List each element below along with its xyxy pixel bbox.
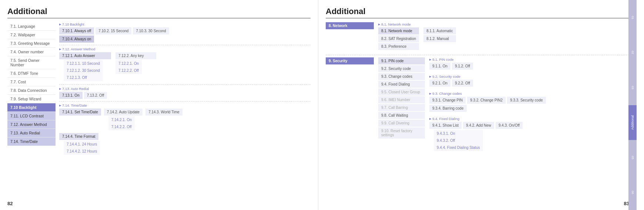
- backlight-row1: 7.10.1. Always off 7.10.2. 15 Second 7.1…: [59, 27, 311, 34]
- barring-code[interactable]: 9.3.4. Barring code: [429, 105, 467, 112]
- side-tab-03[interactable]: 03: [628, 70, 637, 105]
- world-time[interactable]: 7.14.3. World Time: [145, 109, 182, 116]
- change-codes-breadcrumb: 9.3. Change codes: [429, 91, 629, 96]
- sec-on[interactable]: 9.2.1. On: [429, 80, 450, 87]
- time-format-subs: 7.14.4.1. 24 Hours 7.14.4.2. 12 Hours: [64, 141, 100, 155]
- fd-status[interactable]: 9.4.4. Fixed Dialing Status: [434, 144, 483, 151]
- network-block: 8. Network 8.1. Network mode 8.1. Networ…: [326, 22, 629, 157]
- security-code-section: 9.2. Security code 9.2.1. On 9.2.2. Off: [429, 74, 629, 88]
- 10-second[interactable]: 7.12.1.1. 10 Second: [64, 60, 103, 67]
- change-codes[interactable]: 9.3. Change codes: [378, 73, 425, 80]
- side-tab-05[interactable]: 05: [628, 140, 637, 175]
- au-on[interactable]: 7.14.2.1. On: [108, 116, 135, 123]
- time-format[interactable]: 7.14.4. Time Format: [59, 133, 98, 140]
- backlight-15sec[interactable]: 7.10.2. 15 Second: [95, 27, 131, 34]
- backlight-always-on[interactable]: 7.10.4. Always on: [59, 36, 94, 43]
- 12hours[interactable]: 7.14.4.2. 12 Hours: [64, 148, 100, 155]
- security-code-item[interactable]: 9.3.3. Security code: [507, 97, 546, 104]
- sat-registration[interactable]: 8.2. SAT Registration: [378, 35, 419, 42]
- sidebar-item-backlight[interactable]: 7.10 Backlight: [7, 103, 56, 112]
- sidebar-item-cost[interactable]: 7.7. Cost: [7, 78, 56, 86]
- left-page-title: Additional: [7, 7, 311, 19]
- answer-method-section: 7.12. Answer Method 7.12.1. Auto Answer …: [59, 47, 311, 82]
- redial-on[interactable]: 7.13.1. On: [59, 92, 83, 99]
- answer-method-row1: 7.12.1. Auto Answer 7.12.1.1. 10 Second …: [59, 52, 311, 82]
- sidebar-item-time-date[interactable]: 7.14. Time/Date: [7, 137, 56, 146]
- imei-number: 9.6. IMEI Number: [378, 96, 425, 103]
- fixed-dialing-section: 9.4. Fixed Dialing 9.4.1. Show List 9.4.…: [429, 117, 629, 152]
- 30-second[interactable]: 7.12.1.2. 30 Second: [64, 67, 103, 74]
- fd-off[interactable]: 9.4.3.2. Off: [434, 137, 483, 144]
- sidebar-item-wallpaper[interactable]: 7.2. Wallpaper: [7, 31, 56, 39]
- left-content-area: 7.1. Language 7.2. Wallpaper 7.3. Greeti…: [7, 22, 311, 158]
- sidebar-item-auto-redial[interactable]: 7.13. Auto Redial: [7, 129, 56, 137]
- on-off[interactable]: 9.4.3. On/Off: [496, 122, 523, 129]
- side-tab-01[interactable]: 01: [628, 0, 637, 35]
- change-codes-row2: 9.3.4. Barring code: [429, 105, 629, 112]
- any-key-subs: 7.12.2.1. On 7.12.2.2. Off: [115, 60, 158, 74]
- divider-2: [59, 84, 311, 85]
- fixed-dialing[interactable]: 9.4. Fixed Dialing: [378, 81, 425, 88]
- auto-update[interactable]: 7.14.2. Auto Update: [104, 109, 142, 116]
- add-new[interactable]: 9.4.2. Add New: [463, 122, 494, 129]
- au-off[interactable]: 7.14.2.2. Off: [108, 123, 135, 130]
- manual[interactable]: 8.1.2. Manual: [423, 35, 456, 42]
- sidebar-item-data-conn[interactable]: 7.8. Data Connection: [7, 86, 56, 95]
- sidebar-item-send-owner[interactable]: 7.5. Send Owner Number: [7, 56, 56, 69]
- backlight-always-off[interactable]: 7.10.1. Always off: [59, 27, 94, 34]
- sidebar-item-dtmf[interactable]: 7.6. DTMF Tone: [7, 69, 56, 78]
- show-list[interactable]: 9.4.1. Show List: [429, 122, 462, 129]
- change-codes-row: 9.3.1. Change PIN 9.3.2. Change PIN2 9.3…: [429, 97, 629, 104]
- any-key[interactable]: 7.12.2. Any key: [115, 52, 156, 59]
- fd-on[interactable]: 9.4.3.1. On: [434, 130, 483, 137]
- side-tab-06[interactable]: 06: [628, 175, 637, 210]
- side-tab-05-label: 05: [631, 156, 634, 159]
- preference[interactable]: 8.3. Preference: [378, 43, 419, 50]
- set-time-date[interactable]: 7.14.1. Set Time/Date: [59, 109, 101, 116]
- side-tabs: 01 02 03 Additional 05 06: [628, 0, 637, 210]
- off-sub2[interactable]: 7.12.2.2. Off: [115, 67, 142, 74]
- sidebar-item-setup-wizard[interactable]: 7.9. Setup Wizard: [7, 95, 56, 103]
- divider-network-security: [326, 55, 629, 55]
- change-pin[interactable]: 9.3.1. Change PIN: [429, 97, 466, 104]
- security-code[interactable]: 9.2. Security code: [378, 65, 425, 72]
- sec-off[interactable]: 9.2.2. Off: [452, 80, 473, 87]
- redial-off[interactable]: 7.13.2. Off: [84, 92, 107, 99]
- time-format-sub-col: 7.14.4.1. 24 Hours 7.14.4.2. 12 Hours: [64, 141, 100, 155]
- time-format-col: 7.14.4. Time Format 7.14.4.1. 24 Hours 7…: [59, 133, 100, 156]
- on-sub[interactable]: 7.12.2.1. On: [115, 60, 142, 67]
- side-tab-02[interactable]: 02: [628, 35, 637, 70]
- pin-off[interactable]: 9.1.2. Off: [452, 63, 473, 70]
- side-tab-02-label: 02: [631, 51, 634, 54]
- side-tab-04[interactable]: Additional: [628, 105, 637, 140]
- change-pin2[interactable]: 9.3.2. Change PIN2: [467, 97, 506, 104]
- sidebar-item-greeting[interactable]: 7.3. Greeting Message: [7, 39, 56, 48]
- time-date-row2: 7.14.4. Time Format 7.14.4.1. 24 Hours 7…: [59, 133, 311, 156]
- pin-code[interactable]: 9.1. PIN code: [378, 57, 425, 64]
- auto-answer[interactable]: 7.12.1. Auto Answer: [59, 52, 111, 59]
- network-items-row: 8.1. Network mode 8.2. SAT Registration …: [378, 27, 457, 50]
- sidebar-item-lcd[interactable]: 7.11. LCD Contrast: [7, 112, 56, 120]
- off-sub[interactable]: 7.12.1.3. Off: [64, 74, 103, 81]
- network-mode[interactable]: 8.1. Network mode: [378, 27, 419, 34]
- side-tab-04-label: Additional: [631, 115, 634, 130]
- auto-redial-section: 7.13. Auto Redial 7.13.1. On 7.13.2. Off: [59, 87, 311, 99]
- answer-method-col2: 7.12.2. Any key 7.12.2.1. On 7.12.2.2. O…: [115, 52, 158, 75]
- pin-on[interactable]: 9.1.1. On: [429, 63, 450, 70]
- right-page: Additional 8. Network 8.1. Network mode …: [318, 0, 637, 210]
- sidebar-item-language[interactable]: 7.1. Language: [7, 22, 56, 31]
- sidebar-item-owner[interactable]: 7.4. Owner number: [7, 48, 56, 56]
- network-header[interactable]: 8. Network: [326, 22, 374, 29]
- backlight-30sec[interactable]: 7.10.3. 30 Second: [133, 27, 169, 34]
- closed-user-group: 9.5. Closed User Group: [378, 89, 425, 96]
- auto-answer-subs: 7.12.1.1. 10 Second 7.12.1.2. 30 Second …: [64, 60, 113, 81]
- divider-1: [59, 45, 311, 45]
- security-header[interactable]: 9. Security: [326, 57, 374, 64]
- 24hours[interactable]: 7.14.4.1. 24 Hours: [64, 141, 100, 148]
- left-page: Additional 7.1. Language 7.2. Wallpaper …: [0, 0, 318, 210]
- call-waiting[interactable]: 9.8. Call Waiting: [378, 112, 425, 119]
- sidebar-item-answer-method[interactable]: 7.12. Answer Method: [7, 120, 56, 129]
- right-page-title: Additional: [326, 7, 629, 19]
- automatic[interactable]: 8.1.1. Automatic: [423, 27, 456, 34]
- auto-update-col: 7.14.2. Auto Update 7.14.2.1. On 7.14.2.…: [104, 109, 144, 131]
